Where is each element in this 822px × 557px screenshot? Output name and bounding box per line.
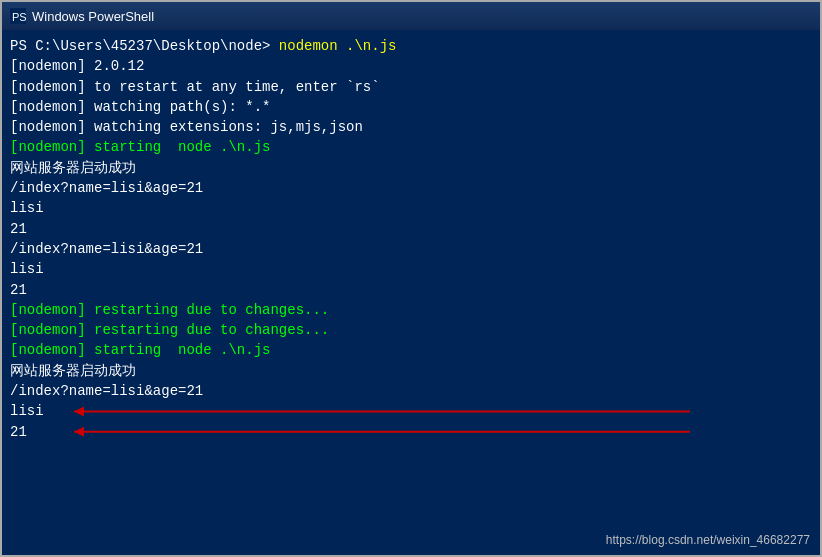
line-text: [nodemon] starting node .\n.js <box>10 340 270 360</box>
line-text: lisi <box>10 259 44 279</box>
terminal-line: 21 <box>10 422 812 442</box>
line-text: [nodemon] to restart at any time, enter … <box>10 77 380 97</box>
terminal-line: [nodemon] restarting due to changes... <box>10 300 812 320</box>
terminal-line: lisi <box>10 198 812 218</box>
terminal-line: [nodemon] to restart at any time, enter … <box>10 77 812 97</box>
terminal-line: /index?name=lisi&age=21 <box>10 178 812 198</box>
terminal-line: [nodemon] restarting due to changes... <box>10 320 812 340</box>
line-text: lisi <box>10 198 44 218</box>
watermark: https://blog.csdn.net/weixin_46682277 <box>606 533 810 547</box>
line-text: 21 <box>10 280 27 300</box>
terminal-line: [nodemon] starting node .\n.js <box>10 137 812 157</box>
line-text: 21 <box>10 219 27 239</box>
terminal-output: [nodemon] 2.0.12[nodemon] to restart at … <box>10 56 812 442</box>
terminal-line: [nodemon] starting node .\n.js <box>10 340 812 360</box>
line-text: [nodemon] watching path(s): *.* <box>10 97 270 117</box>
powershell-icon: PS <box>10 8 26 24</box>
prompt-text: PS C:\Users\45237\Desktop\node> <box>10 36 270 56</box>
terminal-line: /index?name=lisi&age=21 <box>10 381 812 401</box>
line-text: [nodemon] watching extensions: js,mjs,js… <box>10 117 363 137</box>
prompt-line: PS C:\Users\45237\Desktop\node> nodemon … <box>10 36 812 56</box>
terminal-body[interactable]: PS C:\Users\45237\Desktop\node> nodemon … <box>2 30 820 555</box>
terminal-line: /index?name=lisi&age=21 <box>10 239 812 259</box>
line-text: lisi <box>10 401 44 421</box>
terminal-line: [nodemon] 2.0.12 <box>10 56 812 76</box>
terminal-line: 网站服务器启动成功 <box>10 158 812 178</box>
title-bar: PS Windows PowerShell <box>2 2 820 30</box>
window-title: Windows PowerShell <box>32 9 812 24</box>
line-text: [nodemon] starting node .\n.js <box>10 137 270 157</box>
terminal-line: lisi <box>10 259 812 279</box>
terminal-line: lisi <box>10 401 812 421</box>
line-text: [nodemon] 2.0.12 <box>10 56 144 76</box>
line-text: [nodemon] restarting due to changes... <box>10 300 329 320</box>
line-text: 网站服务器启动成功 <box>10 158 136 178</box>
command-text: nodemon .\n.js <box>270 36 396 56</box>
terminal-line: 21 <box>10 219 812 239</box>
line-text: /index?name=lisi&age=21 <box>10 178 203 198</box>
line-text: 网站服务器启动成功 <box>10 361 136 381</box>
line-text: /index?name=lisi&age=21 <box>10 239 203 259</box>
line-text: [nodemon] restarting due to changes... <box>10 320 329 340</box>
line-text: 21 <box>10 422 27 442</box>
powershell-window: PS Windows PowerShell PS C:\Users\45237\… <box>0 0 822 557</box>
line-text: /index?name=lisi&age=21 <box>10 381 203 401</box>
svg-text:PS: PS <box>12 11 26 23</box>
terminal-line: [nodemon] watching path(s): *.* <box>10 97 812 117</box>
terminal-line: 网站服务器启动成功 <box>10 361 812 381</box>
terminal-line: [nodemon] watching extensions: js,mjs,js… <box>10 117 812 137</box>
terminal-line: 21 <box>10 280 812 300</box>
